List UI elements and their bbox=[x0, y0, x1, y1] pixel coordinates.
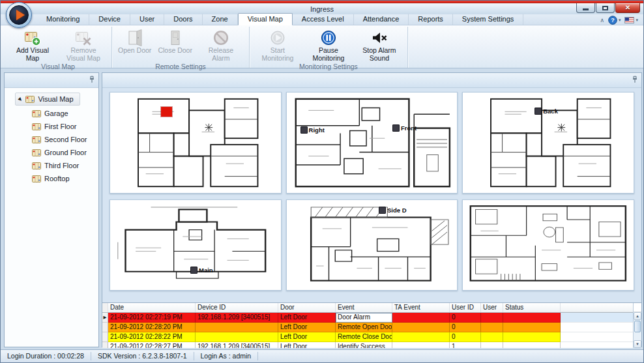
tab-zone[interactable]: Zone bbox=[203, 14, 238, 25]
floor-plan-image bbox=[113, 203, 278, 287]
collapse-ribbon-icon: ∧ bbox=[600, 17, 604, 23]
language-flag-icon bbox=[624, 17, 634, 23]
door-label-text: Right bbox=[309, 126, 325, 134]
pin-icon[interactable] bbox=[632, 76, 638, 83]
pause-monitoring-button[interactable]: Pause Monitoring bbox=[303, 27, 354, 63]
tab-reports[interactable]: Reports bbox=[409, 14, 453, 25]
column-header-user-id[interactable]: User ID bbox=[450, 303, 481, 312]
door-label-main[interactable]: Main bbox=[190, 267, 213, 274]
row-selector[interactable] bbox=[102, 332, 108, 342]
ribbon: Add Visual MapRemove Visual MapVisual Ma… bbox=[1, 25, 643, 68]
floor-plan-image bbox=[289, 203, 455, 287]
tab-access-level[interactable]: Access Level bbox=[293, 14, 354, 25]
status-item-0: Login Duration : 00:02:28 bbox=[1, 352, 91, 360]
maximize-button[interactable] bbox=[596, 3, 615, 13]
door-label-right[interactable]: Right bbox=[300, 126, 325, 134]
sidebar-item-garage[interactable]: Garage bbox=[7, 107, 96, 120]
sidebar-item-third-floor[interactable]: Third Floor bbox=[7, 159, 96, 172]
row-selector[interactable] bbox=[102, 323, 108, 332]
stop-alarm-sound-button[interactable]: Stop Alarm Sound bbox=[354, 27, 405, 63]
collapse-ribbon-button[interactable]: ∧ bbox=[600, 17, 604, 23]
pin-icon[interactable] bbox=[89, 76, 95, 83]
cell-date: 21-09-2012 02:27:19 PM bbox=[108, 313, 196, 323]
scroll-thumb[interactable] bbox=[634, 321, 641, 332]
sidebar-item-ground-floor[interactable]: Ground Floor bbox=[7, 146, 96, 159]
door-label-back[interactable]: Back bbox=[534, 108, 558, 115]
cell-user bbox=[481, 323, 503, 332]
tree-item-label: Third Floor bbox=[44, 162, 79, 169]
ribbon-button-label: Add Visual Map bbox=[10, 47, 55, 62]
column-header-device-id[interactable]: Device ID bbox=[196, 303, 278, 312]
tab-monitoring[interactable]: Monitoring bbox=[37, 14, 89, 25]
tab-device[interactable]: Device bbox=[89, 14, 130, 25]
door-label-text: Back bbox=[543, 108, 558, 115]
cell-event: Remote Open Door bbox=[336, 323, 392, 332]
ribbon-button-label: Open Door bbox=[118, 47, 151, 55]
tab-doors[interactable]: Doors bbox=[164, 14, 202, 25]
scroll-up-button[interactable]: ▲ bbox=[634, 312, 641, 320]
tree-root-label: Visual Map bbox=[38, 95, 73, 103]
tree-item-label: First Floor bbox=[44, 123, 77, 130]
door-icon bbox=[379, 207, 386, 214]
door-icon bbox=[534, 108, 542, 115]
map-icon bbox=[32, 123, 41, 131]
language-flag-button[interactable]: ▾ bbox=[624, 17, 638, 23]
add-visual-map-icon bbox=[24, 29, 41, 46]
ribbon-group-label: Remote Settings bbox=[115, 63, 246, 71]
help-button[interactable]: ?▾ bbox=[608, 16, 621, 25]
floor-plan-grid: RightFrontBackMainSide D bbox=[102, 87, 641, 298]
door-label-front[interactable]: Front bbox=[392, 124, 417, 132]
ribbon-button-label: Remove Visual Map bbox=[61, 47, 106, 62]
cell-device-id bbox=[196, 323, 278, 332]
column-header-status[interactable]: Status bbox=[503, 303, 561, 312]
tree-root-visual-map[interactable]: ▶Visual Map bbox=[15, 93, 80, 106]
cell-user-id: 0 bbox=[450, 323, 481, 332]
floor-plan-card-6[interactable] bbox=[462, 199, 634, 291]
column-header-event[interactable]: Event bbox=[336, 303, 392, 312]
row-selector[interactable] bbox=[102, 342, 108, 348]
column-header-user[interactable]: User bbox=[481, 303, 503, 312]
status-bar: Login Duration : 00:02:28SDK Version : 6… bbox=[1, 349, 643, 362]
event-log-row[interactable]: 21-09-2012 02:28:22 PMLeft DoorRemote Cl… bbox=[102, 332, 641, 342]
tab-user[interactable]: User bbox=[130, 14, 164, 25]
door-label-side-d[interactable]: Side D bbox=[379, 207, 407, 214]
tab-attendance[interactable]: Attendance bbox=[354, 14, 409, 25]
tab-visual-map[interactable]: Visual Map bbox=[238, 13, 293, 25]
sidebar-item-second-floor[interactable]: Second Floor bbox=[7, 133, 96, 146]
row-tail bbox=[561, 332, 641, 342]
event-log-row[interactable]: 21-09-2012 02:28:20 PMLeft DoorRemote Op… bbox=[102, 323, 641, 332]
event-log-row[interactable]: 21-09-2012 02:28:27 PM192.168.1.209 [340… bbox=[102, 342, 641, 348]
stop-alarm-sound-icon bbox=[371, 29, 388, 46]
scroll-down-button[interactable]: ▼ bbox=[634, 340, 641, 348]
minimize-button[interactable] bbox=[576, 3, 595, 13]
cell-status bbox=[503, 313, 561, 323]
map-icon bbox=[25, 95, 35, 104]
column-header-ta-event[interactable]: TA Event bbox=[392, 303, 450, 312]
floor-plan-card-2[interactable]: RightFront bbox=[286, 92, 458, 194]
door-alarm-marker[interactable] bbox=[161, 107, 172, 117]
row-tail bbox=[561, 342, 641, 348]
tab-system-settings[interactable]: System Settings bbox=[453, 14, 523, 25]
event-log-row[interactable]: ▶21-09-2012 02:27:19 PM192.168.1.209 [34… bbox=[102, 313, 641, 323]
column-header-door[interactable]: Door bbox=[278, 303, 336, 312]
scrollbar-cap bbox=[634, 303, 641, 312]
floor-plan-card-4[interactable]: Main bbox=[110, 199, 282, 291]
floor-plan-card-1[interactable] bbox=[110, 92, 282, 194]
row-tail bbox=[561, 323, 641, 332]
row-selector-gutter bbox=[102, 303, 108, 312]
app-logo-button[interactable] bbox=[6, 2, 32, 28]
minimize-icon bbox=[583, 8, 589, 10]
column-header-date[interactable]: Date bbox=[108, 303, 196, 312]
cell-event: Door Alarm bbox=[336, 313, 392, 323]
door-label-text: Front bbox=[401, 124, 417, 132]
sidebar-item-rooftop[interactable]: Rooftop bbox=[7, 172, 96, 185]
row-selector[interactable]: ▶ bbox=[102, 313, 108, 323]
floor-plan-card-5[interactable]: Side D bbox=[286, 199, 458, 291]
sidebar-item-first-floor[interactable]: First Floor bbox=[7, 120, 96, 133]
add-visual-map-button[interactable]: Add Visual Map bbox=[7, 27, 58, 63]
start-monitoring-button: Start Monitoring bbox=[252, 27, 303, 63]
close-button[interactable]: ✕ bbox=[615, 3, 640, 13]
floor-plan-card-3[interactable]: Back bbox=[462, 92, 634, 194]
table-scrollbar[interactable]: ▲ ▼ bbox=[633, 303, 641, 348]
tree-expand-icon[interactable]: ▶ bbox=[18, 96, 23, 102]
